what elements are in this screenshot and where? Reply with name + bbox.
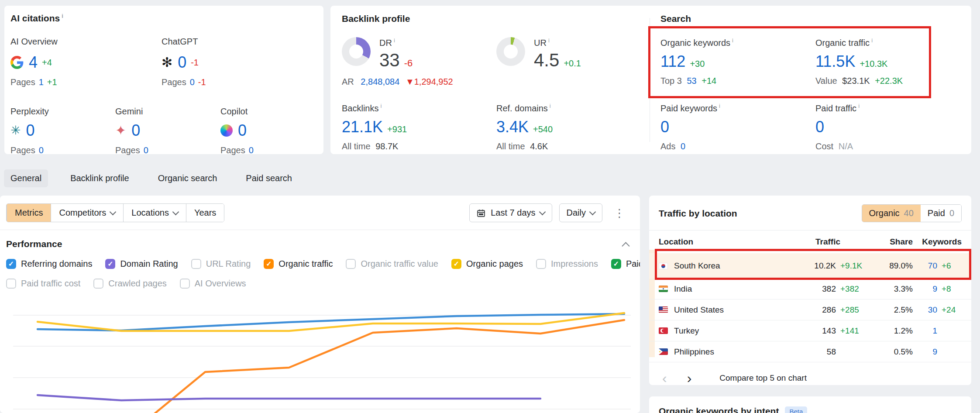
info-icon[interactable]: i — [548, 37, 550, 44]
info-icon[interactable]: i — [62, 13, 63, 19]
pages-value[interactable]: 1 — [39, 77, 44, 87]
search-title-text: Search — [660, 14, 691, 24]
metric-checkbox[interactable]: ✓ Domain Rating — [105, 259, 178, 269]
ur-block: URi 4.5+0.1 — [496, 37, 581, 71]
keywords-value[interactable]: 9 — [913, 284, 937, 294]
pages-value[interactable]: 0 — [39, 145, 44, 155]
organic-keywords-value[interactable]: 112 — [660, 52, 685, 70]
ai-citations-card: AI citationsi AI Overview 4 +4 Pages1+1 — [4, 6, 323, 154]
filter-button[interactable]: Locations — [123, 204, 186, 222]
kebab-menu-icon[interactable]: ⋮ — [609, 207, 629, 219]
metric-checkbox[interactable]: ✓ AI Overviews — [180, 279, 246, 289]
pages-delta: +1 — [47, 77, 57, 87]
ar-value[interactable]: 2,848,084 — [361, 77, 399, 86]
country-flag-icon — [659, 306, 668, 313]
metric-checkbox[interactable]: ✓ Paid traffic — [611, 259, 640, 269]
metric-checkbox[interactable]: ✓ Paid traffic cost — [6, 279, 80, 289]
checkbox-box: ✓ — [536, 259, 546, 269]
checkbox-box: ✓ — [105, 259, 115, 269]
info-icon[interactable]: i — [871, 37, 873, 44]
metric-checkbox-row: ✓ Paid traffic cost ✓ Crawled pages ✓ AI… — [6, 279, 640, 289]
info-icon[interactable]: i — [380, 103, 382, 109]
pages-value[interactable]: 0 — [249, 145, 254, 155]
chevron-down-icon — [110, 208, 117, 215]
organic-traffic-label: Organic traffic — [815, 38, 870, 48]
paid-keywords-value[interactable]: 0 — [660, 118, 669, 136]
ai-overview-delta: +4 — [42, 58, 52, 68]
keywords-delta: +24 — [942, 305, 962, 315]
tab[interactable]: Backlink profile — [64, 169, 136, 187]
metric-checkbox[interactable]: ✓ URL Rating — [191, 259, 251, 269]
chatgpt-block: ChatGPT ✻ 0 -1 Pages0-1 — [162, 37, 323, 87]
keywords-value[interactable]: 30 — [913, 305, 937, 315]
tab[interactable]: Organic search — [151, 169, 224, 187]
metric-checkbox[interactable]: ✓ Crawled pages — [93, 279, 166, 289]
traffic-delta: +9.1K — [840, 261, 869, 271]
filter-button[interactable]: Years — [186, 204, 224, 222]
check-icon: ✓ — [613, 261, 619, 268]
checkbox-box: ✓ — [93, 279, 103, 289]
perplexity-block: Perplexity ✳ 0 Pages0 — [10, 107, 115, 155]
search-title: Search — [660, 14, 691, 24]
keywords-value[interactable]: 1 — [913, 326, 937, 336]
chevron-down-icon — [589, 208, 596, 215]
traffic-value: 58 — [812, 347, 836, 357]
column-keywords[interactable]: Keywords — [913, 237, 962, 247]
filter-group: Metrics Competitors Locations Years — [6, 203, 224, 222]
metric-checkbox-row: ✓ Referring domains ✓ Domain Rating ✓ UR… — [6, 259, 640, 269]
alltime-value: 98.7K — [375, 141, 398, 151]
collapse-chevron-icon[interactable] — [622, 242, 629, 250]
backlinks-value[interactable]: 21.1K — [342, 118, 383, 136]
table-row[interactable]: South Korea 10.2K+9.1K 89.0% 70+6 — [649, 253, 971, 279]
column-traffic[interactable]: Traffic — [812, 237, 869, 247]
table-row[interactable]: Turkey 143+141 1.2% 1 — [649, 320, 971, 341]
backlink-profile-title: Backlink profile — [342, 14, 410, 24]
organic-toggle[interactable]: Organic 40 — [862, 205, 921, 222]
keywords-value[interactable]: 70 — [913, 261, 937, 271]
country-flag-icon — [659, 286, 668, 292]
compare-top5-link[interactable]: Compare top 5 on chart — [719, 373, 807, 383]
pages-value[interactable]: 0 — [190, 77, 195, 87]
check-icon: ✓ — [266, 261, 272, 268]
date-range-button[interactable]: Last 7 days — [469, 203, 552, 222]
pages-value[interactable]: 0 — [144, 145, 148, 155]
column-share[interactable]: Share — [869, 237, 913, 247]
traffic-value: 286 — [812, 305, 836, 315]
filter-button[interactable]: Metrics — [7, 204, 51, 222]
info-icon[interactable]: i — [719, 103, 720, 109]
ref-domains-value[interactable]: 3.4K — [496, 118, 529, 136]
table-row[interactable]: Philippines 58 0.5% 9 — [649, 341, 971, 362]
info-icon[interactable]: i — [732, 37, 733, 44]
ai-overview-block: AI Overview 4 +4 Pages1+1 — [10, 37, 162, 87]
paid-traffic-value[interactable]: 0 — [815, 118, 824, 136]
filter-button[interactable]: Competitors — [51, 204, 123, 222]
table-row[interactable]: India 382+382 3.3% 9+8 — [649, 279, 971, 299]
traffic-delta: +141 — [840, 326, 869, 336]
ads-value[interactable]: 0 — [681, 141, 685, 151]
column-location[interactable]: Location — [659, 237, 812, 247]
next-page-icon[interactable]: › — [684, 371, 695, 385]
prev-page-icon[interactable]: ‹ — [659, 371, 671, 385]
paid-toggle[interactable]: Paid 0 — [921, 205, 961, 222]
keywords-value[interactable]: 9 — [913, 347, 937, 357]
info-icon[interactable]: i — [394, 37, 395, 44]
checkbox-label: Paid traffic cost — [21, 279, 80, 289]
metric-checkbox[interactable]: ✓ Referring domains — [6, 259, 92, 269]
metric-checkbox[interactable]: ✓ Organic traffic value — [346, 259, 438, 269]
granularity-button[interactable]: Daily — [559, 203, 602, 222]
metric-checkbox[interactable]: ✓ Organic pages — [451, 259, 523, 269]
checkbox-label: Crawled pages — [108, 279, 166, 289]
metric-checkbox[interactable]: ✓ Organic traffic — [264, 259, 333, 269]
top3-value[interactable]: 53 — [687, 76, 697, 86]
backlink-search-card: Backlink profile DRi 33-6 AR 2,848,084 ▼… — [330, 6, 971, 154]
info-icon[interactable]: i — [550, 103, 551, 109]
value-label: Value — [815, 76, 837, 86]
organic-keywords-block: Organic keywordsi 112+30 Top 3 53 +14 — [660, 37, 733, 86]
tab[interactable]: General — [4, 169, 48, 187]
metric-checkbox[interactable]: ✓ Impressions — [536, 259, 598, 269]
table-row[interactable]: United States 286+285 2.5% 30+24 — [649, 299, 971, 320]
chatgpt-label: ChatGPT — [162, 37, 323, 47]
info-icon[interactable]: i — [858, 103, 860, 109]
organic-traffic-value[interactable]: 11.5K — [815, 52, 855, 70]
tab[interactable]: Paid search — [239, 169, 299, 187]
